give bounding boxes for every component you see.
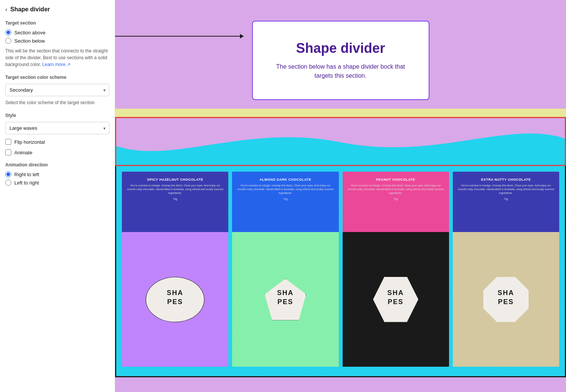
product-1-weight: 70g (126, 198, 224, 200)
shape-divider-card: Shape divider The section below has a sh… (252, 21, 429, 100)
wave-area (115, 117, 566, 166)
radio-section-above[interactable]: Section above (5, 29, 109, 35)
product-card-4-bottom: SHAPES (453, 232, 559, 367)
flip-horizontal-input[interactable] (5, 139, 11, 145)
color-scheme-select-wrapper: Secondary Primary Tertiary Background ▾ (5, 84, 109, 96)
product-4-shape-label: SHAPES (498, 289, 514, 306)
style-select-wrapper: Large waves Small waves Tilt Arrow Trian… (5, 122, 109, 134)
radio-left-to-right[interactable]: Left to right (5, 180, 109, 186)
product-1-name: SPICY HAZELNUT CHOCOLATE (126, 178, 224, 181)
yellow-bar (115, 109, 566, 117)
product-4-desc: You're overdue to indulge. Unwrap this b… (457, 184, 555, 195)
product-4-name: EXTRA NUTTY CHOCOLATE (457, 178, 555, 181)
radio-section-below[interactable]: Section below (5, 38, 109, 44)
top-area: Shape divider The section below has a sh… (115, 0, 566, 117)
animation-direction-label: Animation direction (5, 162, 109, 168)
flip-horizontal-checkbox[interactable]: Flip horizontal (5, 139, 109, 145)
product-card-1: SPICY HAZELNUT CHOCOLATE You're overdue … (122, 172, 228, 367)
learn-more-link[interactable]: Learn more ↗ (42, 62, 71, 67)
animation-direction-group: Animation direction Right to left Left t… (5, 162, 109, 186)
product-3-shape-label: SHAPES (388, 289, 404, 306)
product-2-weight: 70g (237, 198, 334, 200)
animate-label: Animate (14, 150, 32, 155)
animate-checkbox[interactable]: Animate (5, 149, 109, 155)
color-scheme-group: Target section color scheme Secondary Pr… (5, 75, 109, 106)
sidebar-header: ‹ Shape divider (5, 6, 109, 13)
product-2-shape-label: SHAPES (277, 289, 294, 306)
animate-input[interactable] (5, 149, 11, 155)
product-2-name: ALMOND DARK CHOCOLATE (237, 178, 334, 181)
product-3-weight: 70g (347, 198, 444, 200)
color-scheme-help-text: Select the color scheme of the target se… (5, 99, 109, 106)
style-label: Style (5, 113, 109, 118)
flip-horizontal-label: Flip horizontal (14, 139, 45, 145)
color-scheme-select[interactable]: Secondary Primary Tertiary Background (5, 84, 109, 96)
product-1-shape-label: SHAPES (167, 289, 183, 306)
product-3-desc: You're overdue to indulge. Unwrap this b… (347, 184, 444, 195)
radio-left-to-right-input[interactable] (5, 180, 11, 186)
radio-right-to-left-input[interactable] (5, 171, 11, 177)
target-section-help-text: This will be the section that connects t… (5, 48, 109, 68)
arrow-line (115, 36, 243, 37)
sidebar-title: Shape divider (10, 6, 50, 13)
back-icon[interactable]: ‹ (5, 6, 7, 13)
color-scheme-label: Target section color scheme (5, 75, 109, 80)
style-select[interactable]: Large waves Small waves Tilt Arrow Trian… (5, 122, 109, 134)
card-title: Shape divider (275, 40, 406, 56)
product-card-1-bottom: SHAPES (122, 232, 228, 367)
product-card-4: EXTRA NUTTY CHOCOLATE You're overdue to … (453, 172, 559, 367)
sidebar: ‹ Shape divider Target section Section a… (0, 0, 115, 392)
product-card-2-bottom: SHAPES (232, 232, 338, 367)
radio-right-to-left-label: Right to left (14, 172, 39, 177)
target-section-radio-group: Section above Section below (5, 29, 109, 44)
radio-section-below-input[interactable] (5, 38, 11, 44)
radio-section-above-input[interactable] (5, 29, 11, 35)
section-above-arrow (115, 36, 243, 37)
wave-svg (116, 117, 565, 165)
style-group: Style Large waves Small waves Tilt Arrow… (5, 113, 109, 134)
animation-direction-radio-group: Right to left Left to right (5, 171, 109, 186)
product-grid-area: SPICY HAZELNUT CHOCOLATE You're overdue … (115, 166, 566, 377)
product-1-desc: You're overdue to indulge. Unwrap this b… (126, 184, 224, 195)
product-card-4-top: EXTRA NUTTY CHOCOLATE You're overdue to … (453, 172, 559, 232)
product-card-1-top: SPICY HAZELNUT CHOCOLATE You're overdue … (122, 172, 228, 232)
product-3-name: PEANUT CHOCOLATE (347, 178, 444, 181)
product-card-3-bottom: SHAPES (343, 232, 449, 367)
product-card-2-top: ALMOND DARK CHOCOLATE You're overdue to … (232, 172, 338, 232)
target-section-label: Target section (5, 20, 109, 26)
radio-section-below-label: Section below (14, 38, 45, 44)
product-card-2: ALMOND DARK CHOCOLATE You're overdue to … (232, 172, 338, 367)
main-content: Shape divider The section below has a sh… (115, 0, 566, 392)
radio-section-above-label: Section above (14, 30, 45, 35)
product-2-desc: You're overdue to indulge. Unwrap this b… (237, 184, 334, 195)
card-subtitle: The section below has a shape divider bo… (275, 62, 406, 80)
radio-right-to-left[interactable]: Right to left (5, 171, 109, 177)
product-4-weight: 70g (457, 198, 555, 200)
target-section-group: Target section Section above Section bel… (5, 20, 109, 68)
product-card-3-top: PEANUT CHOCOLATE You're overdue to indul… (343, 172, 449, 232)
product-card-3: PEANUT CHOCOLATE You're overdue to indul… (343, 172, 449, 367)
radio-left-to-right-label: Left to right (14, 180, 39, 186)
